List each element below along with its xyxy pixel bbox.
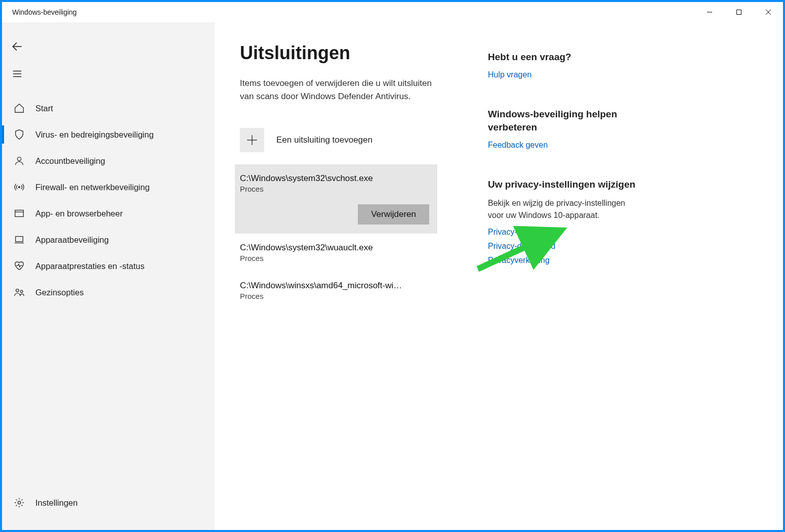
window-icon <box>12 206 26 220</box>
close-button[interactable] <box>754 2 783 22</box>
person-icon <box>12 154 26 168</box>
aside-help-title: Hebt u een vraag? <box>488 51 640 64</box>
main-panel: Uitsluitingen Items toevoegen of verwijd… <box>215 22 783 530</box>
shield-icon <box>12 127 26 142</box>
titlebar-buttons <box>695 2 783 22</box>
sidebar-item-settings[interactable]: Instellingen <box>2 490 215 516</box>
exclusion-path: C:\Windows\winsxs\amd64_microsoft-wi… <box>240 281 422 291</box>
antenna-icon <box>12 180 26 194</box>
sidebar-item-device[interactable]: Apparaatbeveiliging <box>2 227 215 253</box>
window-title: Windows-beveiliging <box>12 8 77 16</box>
sidebar-item-label: Accountbeveiliging <box>35 156 105 166</box>
remove-button[interactable]: Verwijderen <box>358 204 429 225</box>
aside-improve: Windows-beveiliging helpen verbeteren Fe… <box>488 108 640 150</box>
back-button[interactable] <box>5 34 29 59</box>
svg-point-15 <box>20 290 23 293</box>
aside-privacy-text: Bekijk en wijzig de privacy-instellingen… <box>488 197 640 221</box>
maximize-button[interactable] <box>724 2 754 22</box>
svg-point-8 <box>17 157 21 161</box>
sidebar-item-family[interactable]: Gezinsopties <box>2 279 215 305</box>
exclusion-item[interactable]: C:\Windows\winsxs\amd64_microsoft-wi… Pr… <box>235 272 458 309</box>
privacy-statement-link[interactable]: Privacyverklaring <box>488 256 640 265</box>
exclusion-type: Proces <box>240 254 448 262</box>
aside-column: Hebt u een vraag? Hulp vragen Windows-be… <box>488 42 640 530</box>
sidebar-item-label: Start <box>35 104 53 113</box>
plus-icon <box>240 128 264 152</box>
exclusion-path: C:\Windows\system32\wuauclt.exe <box>240 243 422 253</box>
exclusion-type: Proces <box>240 292 448 300</box>
sidebar-item-home[interactable]: Start <box>2 95 215 121</box>
svg-point-9 <box>19 187 20 188</box>
sidebar-item-account[interactable]: Accountbeveiliging <box>2 148 215 174</box>
add-exclusion-button[interactable]: Een uitsluiting toevoegen <box>240 128 458 152</box>
sidebar-item-firewall[interactable]: Firewall- en netwerkbeveiliging <box>2 174 215 200</box>
sidebar-item-label: Firewall- en netwerkbeveiliging <box>35 183 150 192</box>
svg-rect-10 <box>15 210 24 217</box>
sidebar-item-label: Gezinsopties <box>35 288 84 297</box>
window-body: Start Virus- en bedreigingsbeveiliging A… <box>2 22 783 530</box>
svg-rect-12 <box>16 237 23 242</box>
hamburger-button[interactable] <box>5 62 29 86</box>
svg-rect-1 <box>737 10 741 15</box>
aside-privacy: Uw privacy-instellingen wijzigen Bekijk … <box>488 178 640 265</box>
sidebar-item-label: Apparaatbeveiliging <box>35 235 109 245</box>
content-column: Uitsluitingen Items toevoegen of verwijd… <box>240 42 458 530</box>
app-window: Windows-beveiliging <box>2 2 783 530</box>
privacy-dashboard-link[interactable]: Privacy-dashboard <box>488 242 640 251</box>
add-exclusion-label: Een uitsluiting toevoegen <box>276 135 373 145</box>
sidebar-item-label: Apparaatprestaties en -status <box>35 261 145 271</box>
aside-help: Hebt u een vraag? Hulp vragen <box>488 51 640 79</box>
feedback-link[interactable]: Feedback geven <box>488 141 640 150</box>
sidebar: Start Virus- en bedreigingsbeveiliging A… <box>2 22 215 530</box>
heart-icon <box>12 259 26 273</box>
aside-improve-title: Windows-beveiliging helpen verbeteren <box>488 108 640 135</box>
sidebar-item-label: Instellingen <box>35 498 77 508</box>
page-title: Uitsluitingen <box>240 42 458 64</box>
exclusion-item[interactable]: C:\Windows\system32\svchost.exe Proces V… <box>235 164 437 234</box>
sidebar-items: Start Virus- en bedreigingsbeveiliging A… <box>2 95 215 305</box>
sidebar-item-virus[interactable]: Virus- en bedreigingsbeveiliging <box>2 121 215 148</box>
exclusion-item[interactable]: C:\Windows\system32\wuauclt.exe Proces <box>235 234 458 272</box>
privacy-settings-link[interactable]: Privacy-instellingen <box>488 228 640 237</box>
laptop-icon <box>12 233 26 247</box>
exclusion-path: C:\Windows\system32\svchost.exe <box>240 173 422 184</box>
home-icon <box>12 101 26 115</box>
gear-icon <box>12 496 26 510</box>
people-icon <box>12 285 26 299</box>
exclusion-type: Proces <box>240 185 429 193</box>
sidebar-item-appbrowser[interactable]: App- en browserbeheer <box>2 200 215 227</box>
help-link[interactable]: Hulp vragen <box>488 70 640 79</box>
sidebar-item-label: Virus- en bedreigingsbeveiliging <box>35 130 154 140</box>
svg-point-16 <box>18 501 21 504</box>
titlebar: Windows-beveiliging <box>2 2 783 22</box>
sidebar-item-label: App- en browserbeheer <box>35 209 122 218</box>
svg-point-14 <box>16 289 19 292</box>
aside-privacy-title: Uw privacy-instellingen wijzigen <box>488 178 640 192</box>
minimize-button[interactable] <box>695 2 724 22</box>
sidebar-item-performance[interactable]: Apparaatprestaties en -status <box>2 253 215 279</box>
page-description: Items toevoegen of verwijderen die u wil… <box>240 77 432 104</box>
